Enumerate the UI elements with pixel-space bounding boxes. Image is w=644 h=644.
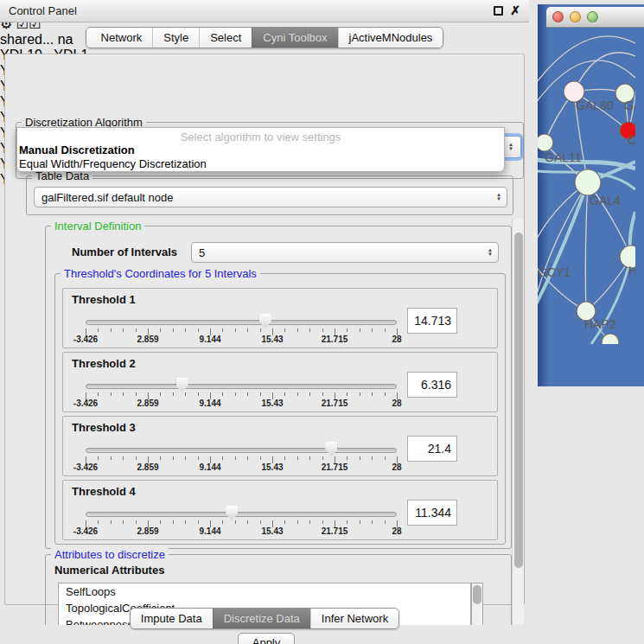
network-window-titlebar <box>546 7 644 28</box>
tab-discretize-data[interactable]: Discretize Data <box>213 609 310 628</box>
tick-label: 21.715 <box>322 526 348 536</box>
tick-mark <box>136 520 137 524</box>
apply-button[interactable]: Apply <box>238 633 295 644</box>
tab-jactivemnodules[interactable]: jActiveMNodules <box>338 28 443 48</box>
combo-arrows-icon: ▲▼ <box>488 248 493 257</box>
slider-thumb[interactable] <box>226 506 238 520</box>
combo-arrows-icon: ▲▼ <box>496 193 501 201</box>
tick-mark <box>260 456 261 460</box>
tick-mark <box>136 392 137 396</box>
network-canvas[interactable]: GAL80GACGAL11GAL4GCY1HHAP2 <box>538 4 644 348</box>
node-label: HAP2 <box>584 317 616 331</box>
slider-tick-labels: -3.4262.8599.14415.4321.71528 <box>86 335 397 345</box>
tab-cyni-toolbox[interactable]: Cyni Toolbox <box>252 28 337 48</box>
scrollbar-thumb[interactable] <box>514 233 523 568</box>
threshold-panel: Threshold 1-3.4262.8599.14415.4321.71528 <box>62 288 498 348</box>
dropdown-item-manual-discretization[interactable]: Manual Discretization <box>17 143 504 157</box>
tick-mark <box>173 392 174 396</box>
tick-mark <box>347 392 348 396</box>
tick-mark <box>185 520 186 524</box>
tick-label: 15.43 <box>261 399 283 408</box>
tick-label: 9.144 <box>199 335 220 344</box>
slider-thumb[interactable] <box>325 442 337 456</box>
tick-mark <box>309 328 310 332</box>
threshold-value-field[interactable] <box>407 500 457 526</box>
tick-mark <box>198 520 199 524</box>
threshold-value-field[interactable] <box>407 308 457 334</box>
tick-label: 2.859 <box>137 462 158 472</box>
tick-mark <box>173 456 174 460</box>
threshold-value-field[interactable] <box>407 436 457 462</box>
tick-mark <box>123 456 124 460</box>
table-data-combobox[interactable]: galFiltered.sif default node ▲▼ <box>34 187 507 207</box>
tick-label: 15.43 <box>261 462 283 472</box>
threshold-title: Threshold 2 <box>72 357 136 370</box>
tab-style[interactable]: Style <box>152 28 199 48</box>
tick-mark <box>309 392 310 396</box>
tick-label: 9.144 <box>199 399 220 408</box>
tick-mark <box>98 328 99 332</box>
tab-network[interactable]: Network <box>86 28 153 48</box>
float-window-icon[interactable] <box>494 6 503 16</box>
tab-select[interactable]: Select <box>199 28 252 48</box>
slider-tick-labels: -3.4262.8599.14415.4321.71528 <box>86 399 397 409</box>
tick-mark <box>222 520 223 524</box>
tick-mark <box>347 456 348 460</box>
tick-mark <box>385 328 386 332</box>
tick-mark <box>372 520 373 524</box>
slider-track[interactable] <box>86 384 397 389</box>
number-of-intervals-value: 5 <box>199 246 205 259</box>
network-node[interactable] <box>538 134 553 151</box>
node-label: GAL80 <box>576 99 614 112</box>
tick-mark <box>347 328 348 332</box>
slider-track[interactable] <box>86 448 397 453</box>
slider-track[interactable] <box>86 320 397 325</box>
tick-mark <box>247 328 248 332</box>
table-data-group: Table Data galFiltered.sif default node … <box>26 175 513 215</box>
tick-label: -3.426 <box>73 462 98 472</box>
tick-label: 21.715 <box>322 399 348 408</box>
tick-label: 15.43 <box>261 526 283 536</box>
settings-scrollbar[interactable] <box>512 219 524 625</box>
attribute-list-item[interactable]: SelfLoops <box>59 583 470 600</box>
tick-mark <box>222 392 223 396</box>
tick-mark <box>235 328 236 332</box>
slider-thumb[interactable] <box>176 378 188 392</box>
tick-mark <box>160 392 161 396</box>
tick-label: 9.144 <box>199 526 220 536</box>
scrollbar-thumb[interactable] <box>473 585 481 604</box>
tick-mark <box>372 456 373 460</box>
threshold-title: Threshold 3 <box>72 421 136 434</box>
network-node[interactable] <box>575 169 601 195</box>
tab-infer-network[interactable]: Infer Network <box>310 609 399 628</box>
node-label: H <box>628 264 635 277</box>
tick-mark <box>260 328 261 332</box>
tick-label: 28 <box>392 526 401 536</box>
tick-mark <box>222 456 223 460</box>
threshold-title: Threshold 1 <box>72 293 136 306</box>
tick-label: 9.144 <box>199 462 220 472</box>
tick-mark <box>98 520 99 524</box>
tick-mark <box>385 456 386 460</box>
network-edge[interactable] <box>585 182 588 311</box>
close-icon[interactable]: ✗ <box>510 6 520 16</box>
table-data-value: galFiltered.sif default node <box>41 191 173 204</box>
slider-thumb[interactable] <box>259 314 271 328</box>
tick-mark <box>360 456 360 460</box>
tab-impute-data[interactable]: Impute Data <box>131 609 213 628</box>
network-edge[interactable] <box>538 182 588 317</box>
close-traffic-light[interactable] <box>552 11 564 22</box>
tick-mark <box>284 456 285 460</box>
dropdown-item-equal-width-frequency[interactable]: Equal Width/Frequency Discretization <box>17 157 504 171</box>
number-of-intervals-combobox[interactable]: 5 ▲▼ <box>191 242 499 263</box>
tick-mark <box>360 520 360 524</box>
slider-track[interactable] <box>86 512 397 517</box>
node-label: C <box>628 133 635 147</box>
zoom-traffic-light[interactable] <box>587 11 598 22</box>
tick-mark <box>360 328 360 332</box>
node-label: GA <box>624 99 635 112</box>
minimize-traffic-light[interactable] <box>570 11 581 22</box>
combo-arrows-icon: ▲▼ <box>508 143 513 151</box>
threshold-value-field[interactable] <box>407 372 457 398</box>
algorithm-dropdown-popup: Select algorithm to view settings Manual… <box>16 127 505 172</box>
